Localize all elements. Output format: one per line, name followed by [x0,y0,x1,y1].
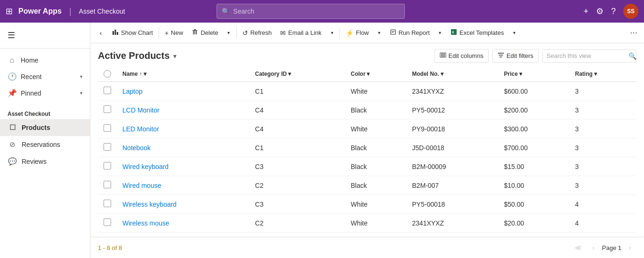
show-chart-button[interactable]: Show Chart [108,26,157,40]
color-cell: White [345,120,406,138]
first-page-button[interactable]: ≪ [572,241,585,254]
back-button[interactable]: ‹ [94,26,107,40]
row-checkbox[interactable] [104,181,111,188]
col-dropdown-icon[interactable]: ▾ [519,71,522,77]
product-name-cell[interactable]: Wireless mouse [117,214,250,233]
col-dropdown-icon[interactable]: ▾ [441,71,443,77]
col-sort-category[interactable]: Category ID ▾ [255,71,339,77]
run-report-button[interactable]: Run Report [386,26,434,40]
svg-rect-0 [113,31,114,35]
edit-filters-button[interactable]: Edit filters [492,49,539,63]
col-dropdown-icon[interactable]: ▾ [594,71,597,77]
col-sort-model[interactable]: Model No. ▾ [412,71,492,77]
rating-cell: 3 [570,120,636,138]
refresh-button[interactable]: ↺ Refresh [239,26,276,40]
product-name-cell[interactable]: LCD Monitor [117,101,250,120]
add-icon[interactable]: + [583,7,588,16]
data-area: Active Products ▾ Edit columns Edit filt… [90,43,644,258]
edit-columns-icon [440,52,446,60]
excel-templates-button[interactable]: X Excel Templates [447,26,507,40]
row-checkbox[interactable] [104,124,111,132]
row-checkbox[interactable] [104,162,111,169]
col-sort-rating[interactable]: Rating ▾ [575,71,631,77]
refresh-label: Refresh [250,29,272,36]
new-button[interactable]: + New [161,26,187,40]
run-report-dropdown-button[interactable]: ▾ [435,25,446,40]
help-icon[interactable]: ? [611,7,616,16]
flow-dropdown-button[interactable]: ▾ [374,25,385,40]
col-sort-price[interactable]: Price ▾ [504,71,564,77]
email-link-dropdown-button[interactable]: ▾ [326,25,338,40]
col-dropdown-icon[interactable]: ▾ [144,71,146,77]
col-dropdown-icon[interactable]: ▾ [288,71,291,77]
settings-icon[interactable]: ⚙ [596,6,604,16]
view-title-dropdown-icon[interactable]: ▾ [173,52,177,60]
pagination: 1 - 8 of 8 ≪ ‹ Page 1 › [90,237,644,258]
app-context: Asset Checkout [79,8,125,15]
model-no-cell: B2M-007 [406,176,498,195]
row-checkbox[interactable] [104,200,111,207]
sidebar-item-label: Home [21,56,82,64]
refresh-icon: ↺ [242,29,248,37]
product-name-cell[interactable]: Wireless keyboard [117,195,250,214]
product-name-cell[interactable]: Notebook [117,138,250,157]
flow-button[interactable]: ⚡ Flow [342,26,372,40]
search-view-input[interactable] [547,52,626,59]
col-sort-name[interactable]: Name ↑ ▾ [122,71,244,77]
new-icon: + [165,29,169,37]
sidebar-item-home[interactable]: ⌂ Home [0,52,90,68]
toolbar-divider-3 [339,27,340,39]
sidebar-item-reservations[interactable]: ⊘ Reservations [0,136,90,153]
delete-dropdown-button[interactable]: ▾ [223,25,234,40]
col-rating: Rating ▾ [570,66,636,82]
product-name-cell[interactable]: Laptop [117,82,250,101]
excel-dropdown-button[interactable]: ▾ [508,25,520,40]
avatar[interactable]: SS [623,4,638,19]
model-no-cell: PY5-00012 [406,101,498,120]
waffle-icon[interactable]: ⊞ [6,6,13,16]
edit-columns-button[interactable]: Edit columns [435,49,489,63]
sidebar-top: ☰ [0,23,90,48]
sidebar-item-products[interactable]: ☐ Products [0,119,90,136]
color-cell: Black [345,138,406,157]
delete-button[interactable]: Delete [188,26,222,40]
toolbar: ‹ Show Chart + New Delete ▾ [90,23,644,43]
row-checkbox[interactable] [104,218,111,226]
product-name-cell[interactable]: Wired mouse [117,176,250,195]
delete-label: Delete [201,29,218,36]
more-button[interactable]: ⋯ [627,26,640,40]
row-checkbox[interactable] [104,143,111,151]
col-rating-label: Rating [575,71,593,77]
sidebar-item-reviews[interactable]: 💬 Reviews [0,153,90,170]
sidebar-item-pinned[interactable]: 📌 Pinned ▾ [0,85,90,101]
email-link-button[interactable]: ✉ Email a Link [276,26,325,40]
hamburger-button[interactable]: ☰ [0,26,90,44]
next-page-button[interactable]: › [623,241,636,254]
content-area: ‹ Show Chart + New Delete ▾ [90,23,644,258]
prev-page-button[interactable]: ‹ [587,241,600,254]
col-price-label: Price [504,71,517,77]
global-search-input[interactable] [233,8,400,15]
toolbar-divider-2 [236,27,237,39]
svg-rect-6 [194,31,195,34]
row-checkbox[interactable] [104,105,111,113]
col-model-no: Model No. ▾ [406,66,498,82]
price-cell: $50.00 [498,195,569,214]
price-cell: $300.00 [498,120,569,138]
sidebar-item-recent[interactable]: 🕐 Recent ▾ [0,68,90,85]
price-cell: $10.00 [498,176,569,195]
table-row: Wireless mouse C2 White 2341XYXZ $20.00 … [98,214,636,233]
product-name-cell[interactable]: LED Monitor [117,120,250,138]
product-name-cell[interactable]: Wired keyboard [117,157,250,176]
new-label: New [171,29,183,36]
rating-cell: 3 [570,138,636,157]
col-sort-color[interactable]: Color ▾ [351,71,401,77]
price-cell: $200.00 [498,101,569,120]
row-checkbox[interactable] [104,87,111,94]
model-no-cell: 2341XYXZ [406,82,498,101]
row-checkbox-cell [98,138,117,157]
header-checkbox[interactable] [104,70,111,78]
rating-cell: 3 [570,82,636,101]
col-dropdown-icon[interactable]: ▾ [367,71,370,77]
page-label: Page 1 [602,244,621,251]
